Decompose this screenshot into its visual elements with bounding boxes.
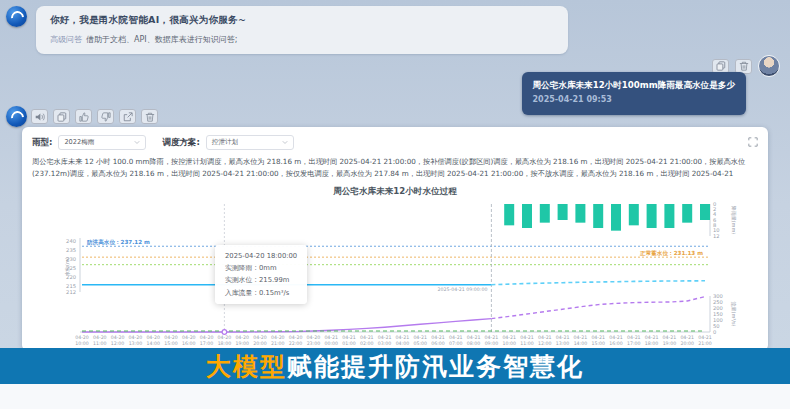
- assistant-greeting: 你好，我是甬水院智能AI，很高兴为你服务~ 高级问答借助于文档、API、数据库表…: [6, 6, 568, 54]
- plan-select[interactable]: 控泄计划: [206, 135, 294, 150]
- svg-text:04-21: 04-21: [538, 335, 552, 340]
- svg-text:09:00: 09:00: [485, 341, 499, 346]
- svg-text:04-21: 04-21: [467, 335, 481, 340]
- svg-text:13:00: 13:00: [556, 341, 570, 346]
- svg-text:00:00: 00:00: [324, 341, 338, 346]
- read-aloud-button[interactable]: [31, 109, 48, 124]
- qa-mode-desc: 借助于文档、API、数据库表进行知识问答;: [86, 35, 237, 44]
- svg-text:04-21: 04-21: [698, 335, 712, 340]
- svg-text:20:00: 20:00: [253, 341, 267, 346]
- dislike-button[interactable]: [97, 109, 114, 124]
- svg-text:04-20: 04-20: [164, 335, 178, 340]
- svg-text:04-21: 04-21: [396, 335, 410, 340]
- svg-text:21:00: 21:00: [271, 341, 285, 346]
- svg-text:13:00: 13:00: [129, 341, 143, 346]
- rain-type-value: 2022梅雨: [64, 138, 94, 147]
- controls-row: 雨型: 2022梅雨 调度方案: 控泄计划: [32, 135, 758, 150]
- svg-text:18:00: 18:00: [645, 341, 659, 346]
- svg-text:04-20: 04-20: [307, 335, 321, 340]
- svg-text:04-21: 04-21: [342, 335, 356, 340]
- svg-text:04-21: 04-21: [360, 335, 374, 340]
- chart-canvas[interactable]: 2402352302252202152120246810123002502001…: [32, 200, 758, 346]
- ai-avatar: [6, 106, 27, 127]
- svg-text:04-21: 04-21: [591, 335, 605, 340]
- trash-icon: [145, 112, 155, 122]
- greeting-title: 你好，我是甬水院智能AI，很高兴为你服务~: [50, 14, 554, 27]
- svg-text:212: 212: [66, 289, 76, 295]
- svg-text:04-21: 04-21: [663, 335, 677, 340]
- svg-text:10:00: 10:00: [502, 341, 516, 346]
- copy-answer-button[interactable]: [53, 109, 70, 124]
- svg-text:07:00: 07:00: [449, 341, 463, 346]
- like-button[interactable]: [75, 109, 92, 124]
- svg-text:04-20: 04-20: [218, 335, 232, 340]
- forecast-summary: 周公宅水库未来 12 小时 100.0 mm降雨，按控泄计划调度，最高水位为 2…: [32, 156, 758, 180]
- delete-answer-button[interactable]: [141, 109, 158, 124]
- svg-text:05:00: 05:00: [413, 341, 427, 346]
- svg-text:正常蓄水位：231.13 m: 正常蓄水位：231.13 m: [639, 250, 703, 257]
- user-avatar: [758, 55, 780, 77]
- svg-text:14:00: 14:00: [574, 341, 588, 346]
- plan-label: 调度方案:: [162, 137, 199, 149]
- thumbs-down-icon: [101, 112, 111, 122]
- svg-text:04-21: 04-21: [556, 335, 570, 340]
- svg-text:17:00: 17:00: [200, 341, 214, 346]
- svg-text:01:00: 01:00: [342, 341, 356, 346]
- svg-text:流量(m³/s): 流量(m³/s): [730, 301, 737, 326]
- plan-value: 控泄计划: [212, 138, 238, 147]
- svg-text:04-20: 04-20: [271, 335, 285, 340]
- svg-text:19:00: 19:00: [663, 341, 677, 346]
- qa-mode-tag: 高级问答: [50, 35, 82, 44]
- svg-text:16:00: 16:00: [609, 341, 623, 346]
- svg-text:降雨量(mm): 降雨量(mm): [731, 206, 737, 235]
- svg-text:11:00: 11:00: [93, 341, 107, 346]
- svg-text:06:00: 06:00: [431, 341, 445, 346]
- assistant-greeting-bubble: 你好，我是甬水院智能AI，很高兴为你服务~ 高级问答借助于文档、API、数据库表…: [36, 6, 568, 54]
- svg-text:235: 235: [66, 247, 76, 253]
- speaker-icon: [35, 112, 45, 122]
- svg-text:04-21: 04-21: [680, 335, 694, 340]
- thumbs-up-icon: [79, 112, 89, 122]
- user-message-time: 2025-04-21 09:53: [533, 93, 736, 107]
- banner-text: 赋能提升防汛业务智慧化: [287, 350, 584, 383]
- svg-text:04-21: 04-21: [502, 335, 516, 340]
- svg-text:19:00: 19:00: [235, 341, 249, 346]
- svg-text:04-21: 04-21: [627, 335, 641, 340]
- water-level-chart[interactable]: 2402352302252202152120246810123002502001…: [32, 200, 758, 360]
- svg-text:04-21: 04-21: [485, 335, 499, 340]
- trash-icon: [739, 61, 749, 71]
- footer-strip: [0, 384, 790, 409]
- svg-text:04:00: 04:00: [396, 341, 410, 346]
- copy-icon: [57, 112, 67, 122]
- bottom-banner: 大模型 赋能提升防汛业务智慧化: [0, 348, 790, 384]
- svg-text:10:00: 10:00: [75, 341, 89, 346]
- svg-text:04-20: 04-20: [182, 335, 196, 340]
- svg-text:21:00: 21:00: [698, 341, 712, 346]
- svg-text:12:00: 12:00: [538, 341, 552, 346]
- svg-text:2025-04-21 09:00:00: 2025-04-21 09:00:00: [438, 287, 488, 292]
- svg-text:240: 240: [66, 238, 76, 244]
- svg-text:04-21: 04-21: [609, 335, 623, 340]
- svg-text:04-21: 04-21: [449, 335, 463, 340]
- svg-text:04-20: 04-20: [235, 335, 249, 340]
- forecast-card: 雨型: 2022梅雨 调度方案: 控泄计划 周公宅水库未来 12 小时 100.…: [22, 127, 768, 351]
- fullscreen-button[interactable]: [748, 137, 758, 149]
- banner-highlight: 大模型: [206, 350, 287, 383]
- svg-text:04-20: 04-20: [111, 335, 125, 340]
- svg-text:02:00: 02:00: [360, 341, 374, 346]
- svg-text:11:00: 11:00: [520, 341, 534, 346]
- rain-type-label: 雨型:: [32, 137, 52, 149]
- svg-text:12:00: 12:00: [111, 341, 125, 346]
- answer-toolbar: [31, 109, 158, 124]
- svg-text:04-21: 04-21: [645, 335, 659, 340]
- svg-text:水位(m): 水位(m): [64, 257, 70, 276]
- rain-type-select[interactable]: 2022梅雨: [58, 135, 146, 150]
- export-button[interactable]: [119, 109, 136, 124]
- svg-text:03:00: 03:00: [378, 341, 392, 346]
- svg-text:04-20: 04-20: [75, 335, 89, 340]
- export-icon: [123, 112, 133, 122]
- svg-text:04-21: 04-21: [574, 335, 588, 340]
- svg-text:04-20: 04-20: [146, 335, 160, 340]
- chevron-down-icon: [282, 140, 288, 145]
- svg-text:04-20: 04-20: [93, 335, 107, 340]
